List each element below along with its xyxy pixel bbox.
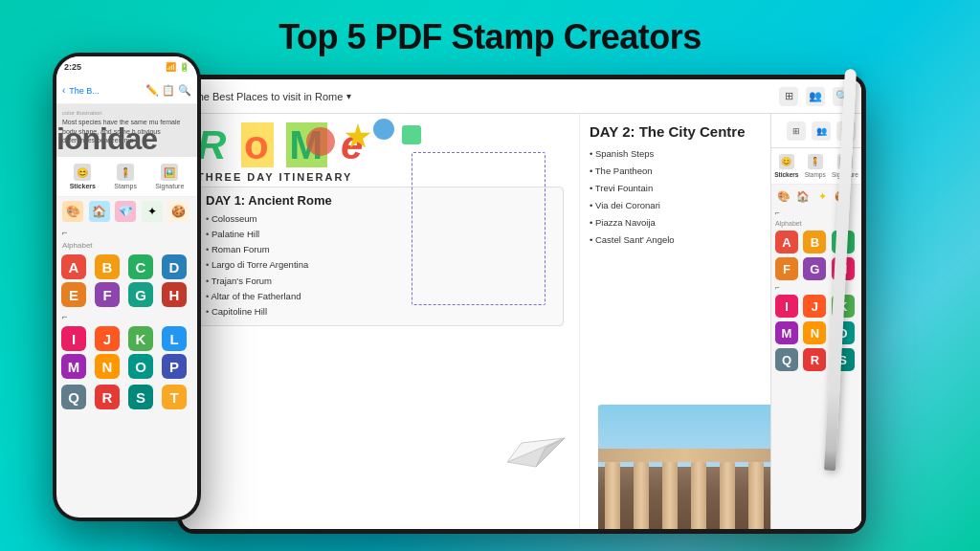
sticker-item[interactable]: ✦ [142, 201, 163, 222]
alpha-M[interactable]: M [61, 354, 86, 379]
phone-alpha-grid-2: I J K L M N O P [56, 323, 197, 382]
back-icon[interactable]: ‹ [62, 85, 65, 96]
alpha-Q[interactable]: Q [61, 385, 86, 409]
pediment [598, 449, 770, 462]
panel-group-icon[interactable]: 👥 [812, 121, 831, 141]
panel-tab-stamps[interactable]: 🧍 Stamps [805, 154, 826, 178]
list-item: Piazza Navoija [590, 214, 761, 231]
rome-photo [598, 405, 770, 529]
alpha-E[interactable]: E [61, 282, 86, 307]
stickers-icon: 😊 [74, 164, 91, 181]
alpha-C[interactable]: C [128, 254, 153, 279]
phone-big-text: ionidae [56, 121, 157, 157]
list-item: Spanish Steps [590, 145, 761, 163]
alpha-R[interactable]: R [95, 385, 120, 409]
panel-stickers-icon: 😊 [779, 154, 794, 169]
alpha-L[interactable]: L [162, 326, 187, 351]
phone-status-bar: 2:25 📶 🔋 [56, 56, 197, 77]
panel-alpha-F[interactable]: F [775, 257, 798, 280]
alpha-N[interactable]: N [95, 354, 120, 379]
list-item: Capitoline Hill [206, 304, 555, 320]
itinerary-title: THREE DAY ITINERARY [197, 171, 564, 183]
list-item: Colosseum [206, 211, 555, 227]
pdf-page-right: DAY 2: The City Centre Spanish Steps The… [579, 114, 770, 529]
tablet-screen: The Best Places to visit in Rome ▾ ⊞ 👥 🔍… [182, 79, 861, 529]
decorative-rect [402, 125, 421, 144]
phone-nav-bar: ‹ The B... ✏️ 📋 🔍 [56, 77, 197, 104]
decorative-circle-1 [306, 127, 335, 156]
alpha-D[interactable]: D [162, 254, 187, 279]
alpha-P[interactable]: P [162, 354, 187, 379]
alpha-S[interactable]: S [128, 385, 153, 409]
pdf-page-left: R o M e THREE DAY ITINERARY DAY 1: Ancie [182, 114, 579, 529]
phone-screen: 2:25 📶 🔋 ‹ The B... ✏️ 📋 🔍 color illustr… [56, 56, 197, 518]
alpha-B[interactable]: B [95, 254, 120, 279]
alpha-H[interactable]: H [162, 282, 187, 307]
alpha-F[interactable]: F [95, 282, 120, 307]
phone-alpha-grid-3: Q R S T [56, 382, 197, 412]
user-icon[interactable]: 👥 [806, 87, 825, 106]
panel-alpha-A[interactable]: A [775, 231, 798, 253]
phone-doc-title: The B... [69, 86, 100, 96]
pdf-area: The Best Places to visit in Rome ▾ ⊞ 👥 🔍… [182, 79, 861, 529]
phone-tabs: 😊 Stickers 🧍 Stamps 🖼️ Signature [56, 157, 197, 197]
sticker-item[interactable]: 🎨 [62, 201, 83, 222]
tab-stickers[interactable]: 😊 Stickers [70, 164, 96, 189]
list-item: Trevi Fountain [590, 180, 761, 197]
alpha-A[interactable]: A [61, 254, 86, 279]
panel-alpha-grid-2: F G H [771, 255, 861, 282]
pillar-1 [605, 462, 620, 529]
panel-alpha-B[interactable]: B [803, 231, 826, 253]
day2-title: DAY 2: The City Centre [590, 123, 761, 140]
list-item: Via dei Coronari [590, 197, 761, 214]
panel-alpha-I[interactable]: I [775, 295, 798, 318]
signature-icon: 🖼️ [161, 164, 178, 181]
copy-icon[interactable]: ⊞ [779, 87, 798, 106]
list-item-pantheon: The Pantheon [590, 163, 761, 180]
panel-tab-stickers[interactable]: 😊 Stickers [774, 154, 798, 178]
day2-list: Spanish Steps The Pantheon Trevi Fountai… [590, 145, 761, 249]
panel-sticker[interactable]: 🏠 [794, 187, 812, 205]
sticker-item[interactable]: 💎 [115, 201, 136, 222]
pdf-toolbar-right: ⊞ 👥 🔍 [779, 87, 852, 106]
tab-stamps[interactable]: 🧍 Stamps [114, 164, 137, 189]
panel-sticker[interactable]: 🎨 [775, 187, 792, 205]
alpha-G[interactable]: G [128, 282, 153, 307]
phone-device: 2:25 📶 🔋 ‹ The B... ✏️ 📋 🔍 color illustr… [53, 53, 201, 521]
page-title: Top 5 PDF Stamp Creators [278, 17, 701, 57]
phone-toolbar-icons: ✏️ 📋 🔍 [145, 84, 191, 97]
panel-copy-icon[interactable]: ⊞ [787, 121, 806, 141]
sticker-item[interactable]: 🏠 [89, 201, 110, 222]
panel-alpha-R[interactable]: R [803, 348, 826, 371]
tab-signature[interactable]: 🖼️ Signature [155, 164, 184, 189]
panel-corner-icon-2: ⌐ [771, 282, 861, 293]
chevron-down-icon[interactable]: ▾ [346, 91, 351, 101]
rome-letter-o: o [241, 122, 274, 167]
panel-alpha-J[interactable]: J [803, 295, 826, 318]
phone-icons: 📶 🔋 [166, 62, 189, 72]
phone-alpha-grid: A B C D E F G H [56, 252, 197, 310]
alpha-O[interactable]: O [128, 354, 153, 379]
panel-alpha-N[interactable]: N [803, 321, 826, 344]
panel-alpha-M[interactable]: M [775, 321, 798, 344]
rome-letter-r: R [197, 122, 228, 167]
alpha-J[interactable]: J [95, 326, 120, 351]
alpha-I[interactable]: I [61, 326, 86, 351]
alpha-T[interactable]: T [162, 385, 187, 409]
list-item: Palatine Hill [206, 227, 555, 242]
day1-list: Colosseum Palatine Hill Roman Forum Larg… [206, 211, 555, 320]
list-item: Castel Sant' Angelo [590, 231, 761, 249]
sticker-item[interactable]: 🍪 [167, 201, 189, 222]
list-item: Trajan's Forum [206, 274, 555, 289]
panel-stamps-icon: 🧍 [808, 154, 823, 169]
stamps-icon: 🧍 [117, 164, 134, 181]
panel-alpha-grid-4: M N O [771, 320, 861, 346]
panel-alpha-Q[interactable]: Q [775, 348, 798, 371]
alpha-K[interactable]: K [128, 326, 153, 351]
pillar-2 [634, 462, 649, 529]
phone-sticker-grid: 🎨 🏠 💎 ✦ 🍪 [56, 197, 197, 226]
panel-alpha-G[interactable]: G [803, 257, 826, 280]
pillar-4 [691, 462, 706, 529]
panel-sticker[interactable]: ✦ [813, 187, 831, 205]
pdf-toolbar: The Best Places to visit in Rome ▾ ⊞ 👥 🔍 [182, 79, 861, 114]
